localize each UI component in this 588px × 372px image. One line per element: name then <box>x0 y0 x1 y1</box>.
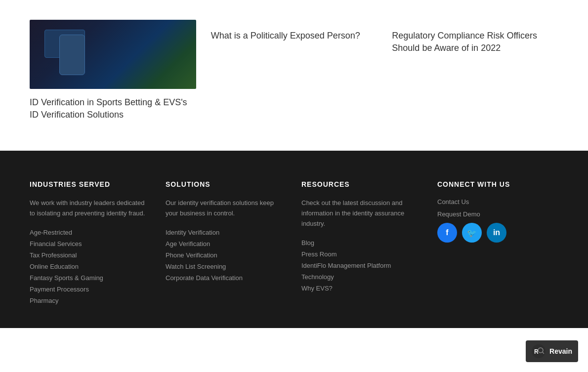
footer: INDUSTRIES SERVED We work with industry … <box>0 151 588 328</box>
footer-col-industries: INDUSTRIES SERVED We work with industry … <box>30 180 151 308</box>
footer-col-connect: CONNECT WITH US Contact Us Request Demo … <box>437 180 558 308</box>
connect-title: CONNECT WITH US <box>437 180 558 188</box>
upper-section: ID Verification in Sports Betting & EVS'… <box>0 0 588 151</box>
article-title-2: What is a Politically Exposed Person? <box>211 30 378 42</box>
industries-description: We work with industry leaders dedicated … <box>30 198 151 219</box>
twitter-icon[interactable]: 🐦 <box>462 223 482 243</box>
industries-title: INDUSTRIES SERVED <box>30 180 151 188</box>
link-identity-verification[interactable]: Identity Verification <box>166 229 287 236</box>
link-technology[interactable]: Technology <box>301 273 422 281</box>
link-corporate-data[interactable]: Corporate Data Verification <box>166 274 287 282</box>
link-financial-services[interactable]: Financial Services <box>30 240 151 248</box>
facebook-icon[interactable]: f <box>437 223 457 243</box>
link-why-evs[interactable]: Why EVS? <box>301 285 422 292</box>
link-tax-professional[interactable]: Tax Professional <box>30 251 151 259</box>
link-online-education[interactable]: Online Education <box>30 263 151 270</box>
link-identiflo[interactable]: IdentiFlo Management Platform <box>301 262 422 269</box>
contact-us-link[interactable]: Contact Us <box>437 198 558 206</box>
footer-grid: INDUSTRIES SERVED We work with industry … <box>30 180 558 308</box>
link-watch-list[interactable]: Watch List Screening <box>166 263 287 270</box>
request-demo-link[interactable]: Request Demo <box>437 210 558 218</box>
resources-description: Check out the latest discussion and info… <box>301 198 422 229</box>
linkedin-icon[interactable]: in <box>487 223 506 243</box>
link-fantasy-sports[interactable]: Fantasy Sports & Gaming <box>30 274 151 282</box>
link-phone-verification[interactable]: Phone Verification <box>166 251 287 259</box>
link-age-verification[interactable]: Age Verification <box>166 240 287 248</box>
solutions-description: Our identity verification solutions keep… <box>166 198 287 219</box>
footer-col-resources: RESOURCES Check out the latest discussio… <box>301 180 422 308</box>
link-press-room[interactable]: Press Room <box>301 250 422 258</box>
link-blog[interactable]: Blog <box>301 239 422 247</box>
article-title-3: Regulatory Compliance Risk Officers Shou… <box>392 30 558 54</box>
footer-col-solutions: SOLUTIONS Our identity verification solu… <box>166 180 287 308</box>
articles-grid: ID Verification in Sports Betting & EVS'… <box>30 20 558 121</box>
article-card-1[interactable]: ID Verification in Sports Betting & EVS'… <box>30 20 196 121</box>
link-pharmacy[interactable]: Pharmacy <box>30 297 151 304</box>
solutions-title: SOLUTIONS <box>166 180 287 188</box>
article-title-1: ID Verification in Sports Betting & EVS'… <box>30 96 196 121</box>
resources-title: RESOURCES <box>301 180 422 188</box>
social-icons-container: f 🐦 in <box>437 223 558 243</box>
link-age-restricted[interactable]: Age-Restricted <box>30 229 151 236</box>
link-payment-processors[interactable]: Payment Processors <box>30 286 151 293</box>
article-image <box>30 20 196 89</box>
article-card-2[interactable]: What is a Politically Exposed Person? <box>211 20 378 121</box>
article-card-3[interactable]: Regulatory Compliance Risk Officers Shou… <box>392 20 558 121</box>
